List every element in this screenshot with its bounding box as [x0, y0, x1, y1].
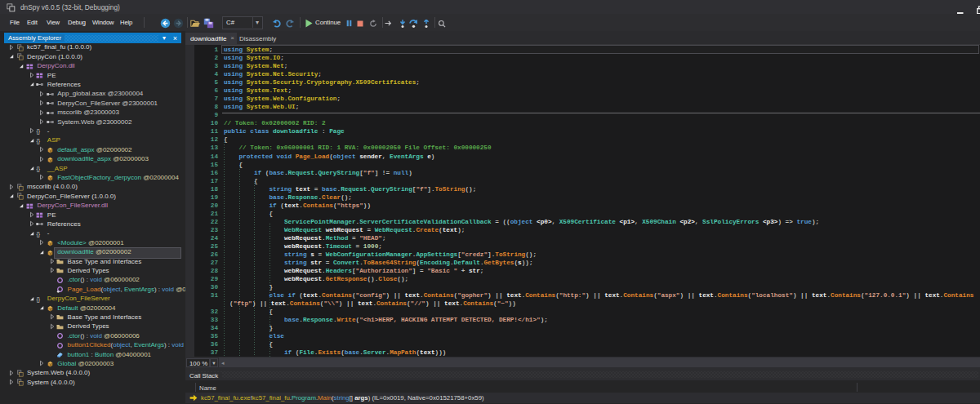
svg-text:{}: {}: [37, 166, 41, 172]
svg-text:{}: {}: [37, 128, 41, 135]
svg-text:{}: {}: [37, 295, 41, 302]
svg-text:{}: {}: [37, 138, 41, 144]
svg-text:{}: {}: [37, 231, 41, 238]
